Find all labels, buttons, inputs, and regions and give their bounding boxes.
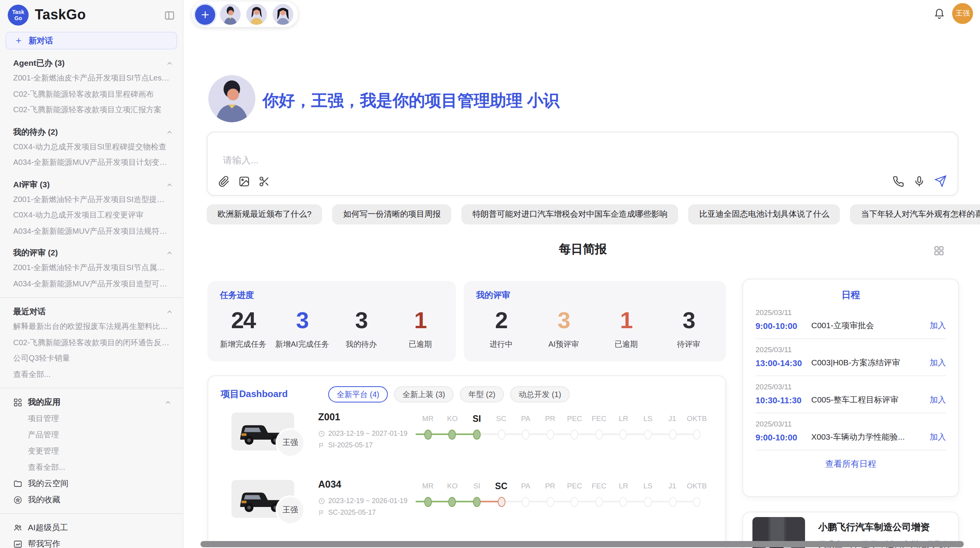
sidebar-item-my-apps[interactable]: 我的应用 — [0, 394, 183, 410]
add-conversation-button[interactable]: ＋ — [195, 4, 215, 24]
owner-name: 王强 — [283, 437, 298, 448]
list-item[interactable]: A034-全新新能源MUV产品开发项目法规符合性评审 — [0, 223, 183, 239]
stat-label: 待评审 — [658, 339, 720, 350]
avatar[interactable] — [272, 4, 293, 25]
section-agent-done[interactable]: Agent已办 (3) — [13, 58, 173, 69]
filter-chip-year[interactable]: 年型 (2) — [460, 386, 504, 402]
view-all-apps[interactable]: 查看全部... — [0, 459, 183, 475]
list-item[interactable]: C02-飞腾新能源轻客改款项目里程碑画布 — [0, 86, 183, 102]
notification-bell-icon[interactable] — [934, 8, 945, 19]
suggestion-chip[interactable]: 特朗普可能对进口汽车增税会对中国车企造成哪些影响 — [462, 204, 678, 224]
section-title: 我的待办 (2) — [13, 127, 58, 137]
schedule-date: 2025/03/11 — [756, 345, 946, 354]
sidebar-item-help-write[interactable]: 帮我写作 — [0, 536, 183, 548]
plus-icon: ＋ — [14, 34, 23, 47]
milestone-dot — [595, 429, 603, 439]
join-link[interactable]: 加入 — [930, 395, 946, 406]
filter-chip-platform[interactable]: 全新平台 (4) — [328, 386, 388, 402]
filter-chip-powertrain[interactable]: 动总开发 (1) — [510, 386, 570, 402]
list-item[interactable]: C02-飞腾新能源轻客改款项目的闭环通告反馈情况 — [0, 335, 183, 351]
avatar[interactable] — [220, 4, 241, 25]
avatar[interactable] — [246, 4, 267, 25]
app-title: TaskGo — [35, 7, 164, 23]
schedule-time: 10:30-11:30 — [756, 396, 811, 405]
clock-icon — [318, 497, 325, 504]
section-recent-chats[interactable]: 最近对话 — [13, 307, 173, 317]
milestone-label: LR — [611, 481, 636, 491]
schedule-card: 日程 2025/03/11 9:00-10:00 C001-立项审批会 加入 2… — [742, 279, 959, 497]
send-icon[interactable] — [934, 175, 947, 187]
list-item[interactable]: Z001-全新燃油皮卡产品开发项目SI节点Lesson Learn报告 — [0, 70, 183, 86]
project-code: Z001 — [318, 412, 340, 423]
sidebar-collapse-icon[interactable] — [164, 10, 175, 21]
section-ai-review[interactable]: AI评审 (3) — [13, 179, 173, 190]
list-item[interactable]: 解释最新出台的欧盟报废车法规再生塑料比例被调至15%... — [0, 319, 183, 335]
attachment-icon[interactable] — [218, 176, 230, 187]
card-title: 我的评审 — [476, 289, 720, 301]
schedule-item: 2025/03/11 9:00-10:00 X003-车辆动力学性能验... 加… — [756, 413, 946, 450]
voice-call-icon[interactable] — [893, 175, 904, 187]
dashboard-title: 项目Dashboard — [221, 388, 328, 401]
list-item[interactable]: A034-全新新能源MUV产品开发项目计划变更表编写 — [0, 155, 183, 171]
task-progress-card: 任务进度 24新增完成任务 3新增AI完成任务 3我的待办 1已逾期 — [207, 281, 456, 361]
suggestion-chip[interactable]: 比亚迪全固态电池计划具体说了什么 — [689, 204, 840, 224]
chevron-up-icon[interactable] — [164, 398, 172, 406]
sidebar-item-change-mgmt[interactable]: 变更管理 — [0, 443, 183, 459]
chevron-up-icon[interactable] — [166, 60, 173, 67]
new-chat-button[interactable]: ＋ 新对话 — [5, 32, 177, 50]
milestone-label-current: SC — [489, 481, 513, 491]
chevron-up-icon[interactable] — [166, 308, 173, 316]
milestone-label: PEC — [562, 413, 587, 424]
schedule-item: 2025/03/11 9:00-10:00 C001-立项审批会 加入 — [756, 302, 946, 339]
list-item[interactable]: Z001-全新燃油轻卡产品开发项目SI节点属性5D文件评审 — [0, 260, 183, 276]
stat-value: 3 — [533, 308, 595, 333]
join-link[interactable]: 加入 — [930, 320, 946, 331]
list-item[interactable]: C0X4-动力总成开发项目SI里程碑提交物检查 — [0, 139, 183, 155]
image-upload-icon[interactable] — [238, 176, 250, 187]
section-my-todo[interactable]: 我的待办 (2) — [13, 127, 173, 137]
chat-input[interactable] — [221, 154, 766, 166]
list-item[interactable]: 公司Q3轻卡销量 — [0, 351, 183, 366]
sidebar-item-favorites[interactable]: 我的收藏 — [0, 491, 183, 508]
project-row[interactable]: 王强 A034 2023-12-19 ~ 2026-01-19 SC-2025-… — [208, 476, 725, 537]
list-item[interactable]: Z001-全新燃油轻卡产品开发项目SI造型提交物评审 — [0, 192, 183, 207]
user-avatar[interactable]: 王强 — [952, 3, 973, 24]
new-chat-label: 新对话 — [29, 35, 53, 46]
milestone-label: FEC — [587, 413, 611, 424]
section-my-review[interactable]: 我的评审 (2) — [13, 248, 173, 259]
milestone-dot — [644, 497, 652, 507]
horizontal-scrollbar[interactable] — [200, 541, 964, 547]
milestone-label: MR — [416, 413, 440, 424]
join-link[interactable]: 加入 — [930, 358, 946, 368]
filter-chip-body[interactable]: 全新上装 (3) — [394, 386, 454, 402]
chevron-up-icon[interactable] — [166, 249, 173, 257]
suggestion-chip[interactable]: 如何写一份清晰的项目周报 — [332, 204, 452, 224]
join-link[interactable]: 加入 — [930, 432, 946, 443]
layout-grid-icon[interactable] — [934, 245, 944, 256]
microphone-icon[interactable] — [913, 175, 925, 187]
view-all-schedule-link[interactable]: 查看所有日程 — [743, 458, 958, 470]
sidebar-item-ai-employee[interactable]: AI超级员工 — [0, 519, 183, 536]
scissors-icon[interactable] — [259, 176, 270, 187]
suggestion-chip[interactable]: 当下年轻人对汽车外观有怎样的喜好趋势 — [850, 204, 980, 224]
list-item[interactable]: C02-飞腾新能源轻客改款项目立项汇报方案 — [0, 102, 183, 118]
apps-grid-icon — [13, 397, 22, 407]
schedule-date: 2025/03/11 — [756, 420, 946, 428]
star-badge-icon — [13, 495, 22, 504]
milestone-label: PR — [538, 481, 562, 491]
suggestion-chip[interactable]: 欧洲新规最近颁布了什么? — [207, 204, 322, 224]
chevron-up-icon[interactable] — [166, 181, 173, 188]
sidebar-item-project-mgmt[interactable]: 项目管理 — [0, 410, 183, 426]
view-all-chats[interactable]: 查看全部... — [0, 366, 183, 382]
list-item[interactable]: A034-全新新能源MUV产品开发项目造型可行性评审 — [0, 276, 183, 292]
project-owner-badge: 王强 — [277, 430, 303, 456]
stat-value: 2 — [470, 308, 533, 333]
sidebar-item-product-mgmt[interactable]: 产品管理 — [0, 426, 183, 443]
stat-label: 新增AI完成任务 — [273, 339, 332, 350]
milestone-timeline: MRKOSISCPAPRPECFECLRLSJ1OKTB — [416, 413, 709, 443]
milestone-dot — [668, 429, 676, 439]
chevron-up-icon[interactable] — [166, 128, 173, 136]
sidebar-item-cloud-space[interactable]: 我的云空间 — [0, 475, 183, 491]
list-item[interactable]: C0X4-动力总成开发项目工程变更评审 — [0, 207, 183, 223]
project-row[interactable]: 王强 Z001 2023-12-19 ~ 2027-01-19 SI-2025-… — [208, 409, 725, 470]
